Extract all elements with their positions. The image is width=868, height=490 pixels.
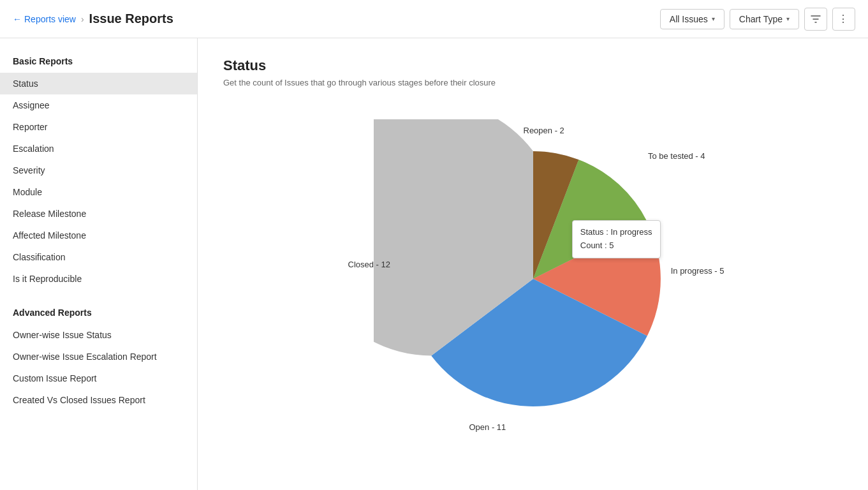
all-issues-dropdown[interactable]: All Issues ▾: [660, 9, 725, 29]
page-title: Issue Reports: [89, 11, 173, 26]
sidebar-item-release-milestone[interactable]: Release Milestone: [0, 203, 197, 225]
breadcrumb: ← Reports view › Issue Reports: [13, 11, 173, 26]
label-to-be-tested-text: To be tested - 4: [648, 151, 705, 161]
label-in-progress-text: In progress - 5: [671, 266, 725, 276]
all-issues-label: All Issues: [670, 14, 708, 24]
sidebar: Basic Reports Status Assignee Reporter E…: [0, 38, 198, 490]
pie-chart: Reopen - 2 To be tested - 4 In progress …: [342, 107, 725, 464]
report-title: Status: [223, 57, 842, 74]
tooltip: Status : In progress Count : 5: [572, 220, 661, 258]
label-reopen: Reopen - 2: [524, 126, 564, 135]
sidebar-item-reproducible[interactable]: Is it Reproducible: [0, 268, 197, 290]
sidebar-item-custom[interactable]: Custom Issue Report: [0, 368, 197, 389]
basic-reports-title: Basic Reports: [0, 51, 197, 73]
sidebar-item-escalation[interactable]: Escalation: [0, 138, 197, 160]
label-closed: Closed - 12: [348, 260, 390, 269]
main-layout: Basic Reports Status Assignee Reporter E…: [0, 38, 868, 490]
sidebar-item-module[interactable]: Module: [0, 181, 197, 203]
label-in-progress: In progress - 5: [671, 266, 725, 276]
label-open: Open - 11: [469, 422, 506, 432]
filter-button[interactable]: [804, 8, 827, 31]
sidebar-item-assignee[interactable]: Assignee: [0, 94, 197, 116]
chart-type-dropdown[interactable]: Chart Type ▾: [730, 9, 799, 29]
chevron-down-icon: ▾: [712, 15, 715, 22]
header: ← Reports view › Issue Reports All Issue…: [0, 0, 868, 38]
sidebar-item-classification[interactable]: Classification: [0, 246, 197, 268]
more-options-button[interactable]: ⋮: [832, 8, 855, 31]
header-actions: All Issues ▾ Chart Type ▾ ⋮: [660, 8, 855, 31]
advanced-reports-title: Advanced Reports: [0, 302, 197, 324]
breadcrumb-separator: ›: [81, 14, 84, 24]
sidebar-item-affected-milestone[interactable]: Affected Milestone: [0, 225, 197, 246]
sidebar-item-severity[interactable]: Severity: [0, 160, 197, 181]
back-link[interactable]: ← Reports view: [13, 14, 76, 24]
chart-type-label: Chart Type: [739, 14, 783, 24]
label-to-be-tested: To be tested - 4: [648, 151, 705, 161]
pie-svg: [374, 119, 693, 438]
more-dots-icon: ⋮: [838, 13, 850, 25]
chart-area: Reopen - 2 To be tested - 4 In progress …: [223, 107, 842, 464]
sidebar-item-reporter[interactable]: Reporter: [0, 116, 197, 138]
back-link-label[interactable]: Reports view: [24, 14, 76, 24]
label-closed-text: Closed - 12: [348, 260, 390, 269]
tooltip-line1: Status : In progress: [580, 226, 652, 239]
filter-icon: [811, 14, 821, 24]
sidebar-item-status[interactable]: Status: [0, 73, 197, 94]
main-content: Status Get the count of Issues that go t…: [198, 38, 868, 490]
sidebar-divider: [0, 290, 197, 302]
back-arrow-icon: ←: [13, 14, 22, 24]
sidebar-item-created-vs-closed[interactable]: Created Vs Closed Issues Report: [0, 389, 197, 411]
tooltip-line2: Count : 5: [580, 239, 652, 253]
chevron-down-icon: ▾: [786, 15, 790, 22]
sidebar-item-owner-status[interactable]: Owner-wise Issue Status: [0, 324, 197, 346]
label-open-text: Open - 11: [469, 422, 506, 432]
sidebar-item-owner-escalation[interactable]: Owner-wise Issue Escalation Report: [0, 346, 197, 368]
label-reopen-text: Reopen - 2: [524, 126, 564, 135]
report-subtitle: Get the count of Issues that go through …: [223, 78, 842, 87]
